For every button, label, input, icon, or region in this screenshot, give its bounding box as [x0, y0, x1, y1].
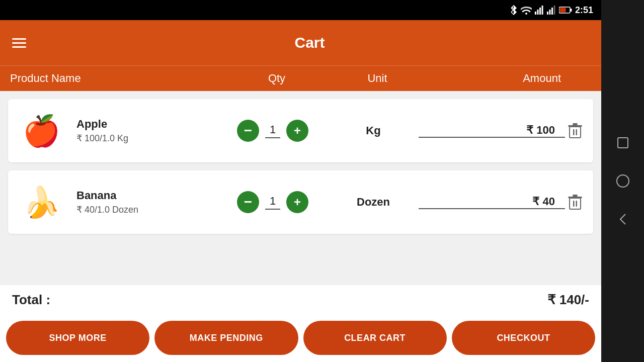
- svg-rect-14: [568, 125, 582, 127]
- trash-icon: [568, 123, 582, 139]
- svg-rect-12: [573, 129, 575, 135]
- delete-item-button[interactable]: [565, 192, 585, 212]
- svg-rect-15: [573, 123, 578, 125]
- item-amount: ₹ 40: [419, 195, 565, 209]
- svg-rect-11: [570, 127, 581, 138]
- status-bar: 2:51: [0, 0, 601, 20]
- svg-rect-18: [576, 201, 578, 207]
- svg-rect-20: [573, 195, 578, 197]
- svg-rect-13: [576, 129, 578, 135]
- decrease-qty-button[interactable]: −: [237, 120, 259, 142]
- table-header: Product Name Qty Unit Amount: [0, 65, 601, 91]
- svg-point-22: [617, 175, 629, 187]
- increase-qty-button[interactable]: +: [286, 191, 308, 213]
- signal1-icon: [535, 6, 544, 15]
- banana-emoji: 🍌: [23, 185, 60, 220]
- svg-rect-2: [539, 8, 541, 15]
- apple-emoji: 🍎: [23, 113, 60, 149]
- total-label: Total :: [12, 292, 50, 308]
- back-button[interactable]: [614, 210, 632, 228]
- home-button[interactable]: [614, 172, 632, 190]
- item-image-banana: 🍌: [16, 179, 66, 225]
- svg-rect-5: [549, 10, 550, 15]
- checkout-button[interactable]: CHECKOUT: [452, 321, 595, 355]
- item-qty-control-apple: − 1 +: [217, 120, 328, 142]
- qty-value: 1: [265, 123, 280, 138]
- item-amount: ₹ 100: [419, 124, 565, 138]
- increase-qty-button[interactable]: +: [286, 120, 308, 142]
- item-unit: Kg: [328, 124, 419, 137]
- total-amount: ₹ 140/-: [547, 292, 590, 308]
- col-unit-label: Unit: [332, 72, 423, 85]
- col-amount-label: Amount: [423, 72, 591, 85]
- hamburger-menu[interactable]: [10, 36, 28, 50]
- status-icons: 2:51: [510, 5, 593, 16]
- svg-rect-9: [570, 9, 572, 12]
- app-header: Cart: [0, 20, 601, 65]
- svg-rect-6: [551, 8, 553, 15]
- signal2-icon: [547, 6, 556, 15]
- shop-more-button[interactable]: SHOP MORE: [6, 321, 149, 355]
- delete-item-button[interactable]: [565, 121, 585, 141]
- cart-item: 🍌 Banana ₹ 40/1.0 Dozen − 1 + Dozen ₹ 40: [8, 170, 593, 234]
- trash-icon: [568, 194, 582, 210]
- cart-item: 🍎 Apple ₹ 100/1.0 Kg − 1 + Kg ₹ 100: [8, 99, 593, 162]
- status-time: 2:51: [575, 5, 593, 16]
- svg-rect-1: [537, 10, 538, 15]
- svg-rect-16: [570, 198, 581, 209]
- total-section: Total : ₹ 140/-: [0, 285, 601, 315]
- make-pending-button[interactable]: MAKE PENDING: [154, 321, 298, 355]
- svg-rect-3: [541, 6, 543, 15]
- cart-items-list: 🍎 Apple ₹ 100/1.0 Kg − 1 + Kg ₹ 100: [0, 91, 601, 285]
- col-product-label: Product Name: [10, 72, 221, 85]
- action-buttons: SHOP MORE MAKE PENDING CLEAR CART CHECKO…: [0, 315, 601, 362]
- svg-rect-17: [573, 201, 575, 207]
- item-qty-control-banana: − 1 +: [217, 191, 328, 213]
- item-unit: Dozen: [328, 196, 419, 209]
- qty-value: 1: [265, 195, 280, 210]
- wifi-icon: [521, 6, 532, 15]
- recent-apps-button[interactable]: [614, 134, 632, 152]
- svg-rect-4: [547, 12, 548, 15]
- clear-cart-button[interactable]: CLEAR CART: [303, 321, 447, 355]
- bluetooth-icon: [510, 5, 518, 15]
- android-navigation: [601, 0, 644, 362]
- item-price: ₹ 100/1.0 Kg: [76, 133, 217, 144]
- item-info-banana: Banana ₹ 40/1.0 Dozen: [76, 189, 217, 215]
- item-name: Banana: [76, 189, 217, 202]
- item-image-apple: 🍎: [16, 108, 66, 153]
- battery-icon: [559, 6, 572, 14]
- decrease-qty-button[interactable]: −: [237, 191, 259, 213]
- col-qty-label: Qty: [221, 72, 332, 85]
- page-title: Cart: [28, 34, 591, 51]
- svg-rect-0: [535, 12, 536, 15]
- svg-rect-21: [618, 138, 628, 148]
- svg-rect-10: [559, 8, 566, 13]
- svg-rect-19: [568, 197, 582, 198]
- item-info-apple: Apple ₹ 100/1.0 Kg: [76, 118, 217, 144]
- item-price: ₹ 40/1.0 Dozen: [76, 204, 217, 215]
- item-name: Apple: [76, 118, 217, 131]
- svg-rect-7: [553, 6, 555, 15]
